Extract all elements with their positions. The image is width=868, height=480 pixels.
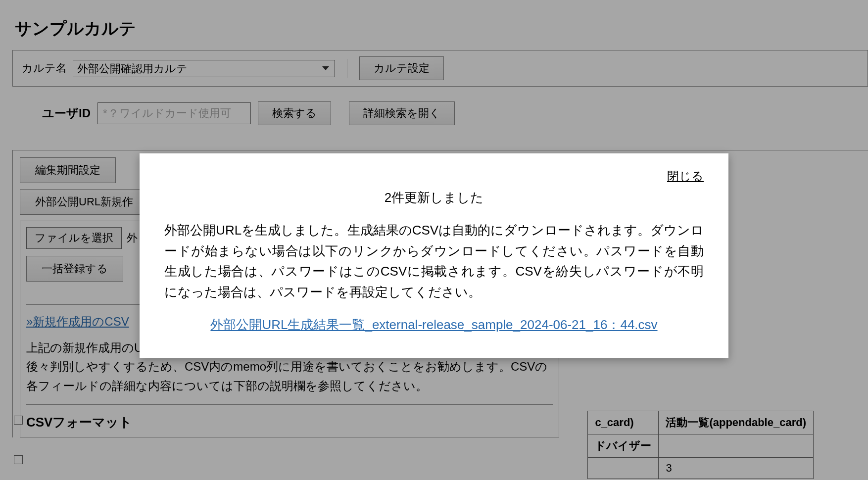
modal-close-link[interactable]: 閉じる — [164, 168, 704, 184]
update-result-modal: 閉じる 2件更新しました 外部公開URLを生成しました。生成結果のCSVは自動的… — [140, 153, 728, 358]
modal-download-link[interactable]: 外部公開URL生成結果一覧_external-release_sample_20… — [210, 317, 657, 332]
modal-title: 2件更新しました — [164, 189, 704, 206]
modal-body-text: 外部公開URLを生成しました。生成結果のCSVは自動的にダウンロードされます。ダ… — [164, 220, 704, 302]
